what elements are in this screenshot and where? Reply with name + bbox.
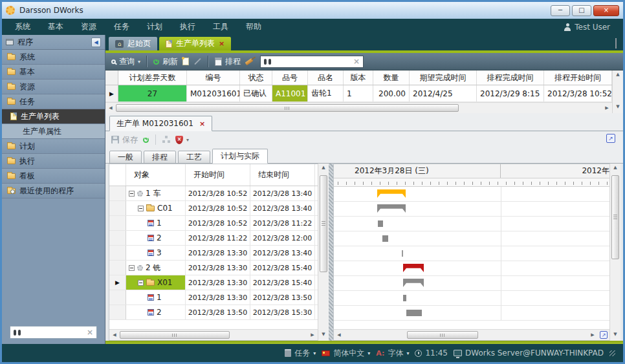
tab-close-icon[interactable]: × [199, 120, 205, 128]
scroll-right-icon[interactable]: ▶ [603, 105, 611, 111]
current-user[interactable]: Test User [564, 23, 610, 32]
menu-execute[interactable]: 执行 [180, 21, 195, 32]
sidebar-item-task[interactable]: 任务 [2, 94, 105, 109]
sidebar-collapse-button[interactable]: ◀ [91, 37, 101, 47]
toolbar-search-input[interactable] [274, 56, 350, 67]
collapse-expander-icon[interactable] [129, 191, 135, 197]
close-button[interactable]: × [593, 5, 619, 16]
tree-row-op-2b[interactable]: 2 2012/3/28 13:50 2012/3/28 15:30 [109, 305, 318, 320]
gantt-row[interactable] [334, 306, 609, 321]
tree-row-op-1b[interactable]: 1 2012/3/28 13:30 2012/3/28 13:50 [109, 290, 318, 305]
sidebar-item-production-order-list[interactable]: 生产单列表 [2, 109, 105, 124]
grid-horizontal-scrollbar[interactable]: ◀ ▶ [105, 102, 612, 113]
new-button[interactable] [182, 58, 189, 65]
status-font-menu[interactable]: A: 字体 ▾ [376, 348, 409, 359]
scrollbar-thumb[interactable] [320, 175, 327, 272]
subtab-plan-vs-actual[interactable]: 计划与实际 [212, 149, 268, 164]
row-selector[interactable] [109, 305, 126, 319]
tab-close-icon[interactable]: × [219, 39, 225, 48]
tree-horizontal-scrollbar[interactable]: ◀ ▶ [109, 329, 318, 340]
gantt-row[interactable] [334, 202, 609, 217]
col-header-version[interactable]: 版本 [344, 70, 373, 85]
gantt-bar[interactable] [382, 235, 388, 242]
sidebar-item-basic[interactable]: 基本 [2, 65, 105, 80]
gantt-vertical-scrollbar[interactable]: ▲ ▼ [609, 164, 620, 341]
gantt-row[interactable] [334, 187, 609, 202]
popout-icon[interactable]: ↗ [606, 134, 615, 143]
tree-row-op-1[interactable]: 1 2012/3/28 10:52 2012/3/28 11:22 [109, 216, 318, 231]
col-header-diff-days[interactable]: 计划差异天数 [118, 70, 187, 85]
minimize-button[interactable]: ─ [551, 5, 570, 16]
sidebar-item-resource[interactable]: 资源 [2, 80, 105, 94]
row-selector[interactable] [109, 246, 126, 260]
scroll-up-icon[interactable]: ▲ [611, 165, 619, 173]
resize-grip[interactable] [609, 350, 615, 356]
row-selector[interactable] [109, 261, 126, 275]
popout-icon[interactable]: ↗ [600, 331, 608, 339]
edit-button[interactable] [193, 61, 202, 62]
gantt-row[interactable] [334, 231, 609, 246]
table-row[interactable]: ▶ 27 M012031601 已确认 A11001 齿轮1 1 200.00 … [105, 85, 612, 102]
row-selector[interactable] [109, 201, 126, 215]
sidebar-item-production-order-props[interactable]: 生产单属性 [2, 124, 105, 139]
gantt-bar[interactable] [377, 189, 406, 198]
collapse-expander-icon[interactable] [138, 206, 144, 211]
tree-row-op-3[interactable]: 3 2012/3/28 13:30 2012/3/28 13:40 [109, 246, 318, 261]
sidebar-item-plan[interactable]: 计划 [2, 139, 105, 154]
restore-button[interactable]: □ [572, 5, 591, 16]
chevron-down-icon[interactable]: ▾ [313, 350, 316, 356]
tree-row-machine-group-1[interactable]: 1 车 2012/3/28 10:52 2012/3/28 13:40 [109, 186, 318, 201]
sidebar-item-recent-programs[interactable]: 最近使用的程序 [2, 184, 105, 198]
clear-schedule-button[interactable] [245, 60, 253, 63]
menu-task[interactable]: 任务 [114, 21, 129, 32]
subtab-schedule[interactable]: 排程 [144, 151, 176, 164]
menu-plan[interactable]: 计划 [147, 21, 162, 32]
menu-resource[interactable]: 资源 [81, 21, 96, 32]
status-language-menu[interactable]: 简体中文 ▾ [322, 348, 370, 359]
subtab-general[interactable]: 一般 [109, 151, 142, 164]
scroll-down-icon[interactable]: ▼ [611, 332, 619, 339]
row-selector[interactable] [109, 186, 126, 200]
scroll-down-icon[interactable]: ▼ [614, 104, 622, 112]
scroll-up-icon[interactable]: ▲ [614, 72, 622, 80]
status-task-menu[interactable]: 任务 ▾ [285, 348, 316, 359]
menu-system[interactable]: 系统 [15, 21, 30, 32]
gantt-bar[interactable] [402, 250, 403, 257]
sidebar-item-system[interactable]: 系统 [2, 50, 105, 65]
query-button[interactable]: 查询 ▾ [111, 56, 140, 67]
col-header-sched-finish[interactable]: 排程完成时间 [477, 70, 544, 85]
row-selector[interactable]: ▶ [105, 85, 118, 102]
scroll-left-icon[interactable]: ◀ [107, 105, 115, 111]
chevron-down-icon[interactable]: ▾ [138, 59, 140, 65]
gantt-bar[interactable] [377, 204, 406, 213]
scroll-left-icon[interactable]: ◀ [335, 332, 343, 337]
refresh-detail-button[interactable] [143, 137, 149, 143]
gantt-row[interactable] [334, 291, 609, 306]
chevron-down-icon[interactable]: ▾ [406, 350, 409, 356]
scroll-right-icon[interactable]: ▶ [589, 332, 597, 337]
col-header-item-name[interactable]: 品名 [308, 70, 344, 85]
tree-row-machine-group-2[interactable]: 2 铣 2012/3/28 13:30 2012/3/28 15:40 [109, 261, 318, 275]
tree-vertical-scrollbar[interactable]: ▲ ▼ [318, 164, 329, 341]
save-button[interactable]: 保存 [111, 134, 138, 145]
menu-basic[interactable]: 基本 [48, 21, 63, 32]
tree-row-resource-c01[interactable]: C01 2012/3/28 10:52 2012/3/28 13:40 [109, 201, 318, 216]
chevron-down-icon[interactable]: ▾ [367, 350, 370, 356]
gantt-bar[interactable] [378, 220, 383, 227]
splitter-handle[interactable] [329, 164, 333, 341]
tab-production-order-list[interactable]: 生产单列表 × [159, 37, 231, 50]
gantt-bar[interactable] [403, 295, 406, 301]
row-selector[interactable] [109, 231, 126, 245]
row-selector[interactable]: ▶ [109, 275, 126, 290]
collapse-expander-icon[interactable] [129, 265, 135, 271]
tab-overflow-button[interactable] [615, 39, 617, 48]
col-header-sched-start[interactable]: 排程开始时间 [544, 70, 612, 85]
col-header-expected-finish[interactable]: 期望完成时间 [410, 70, 477, 85]
gantt-row[interactable] [334, 276, 609, 291]
col-header-qty[interactable]: 数量 [373, 70, 410, 85]
menu-help[interactable]: 帮助 [246, 21, 261, 32]
sidebar-item-execute[interactable]: 执行 [2, 154, 105, 169]
clear-search-icon[interactable]: × [87, 328, 93, 337]
chevron-down-icon[interactable]: ▾ [186, 137, 189, 143]
clear-search-icon[interactable]: × [353, 57, 360, 66]
